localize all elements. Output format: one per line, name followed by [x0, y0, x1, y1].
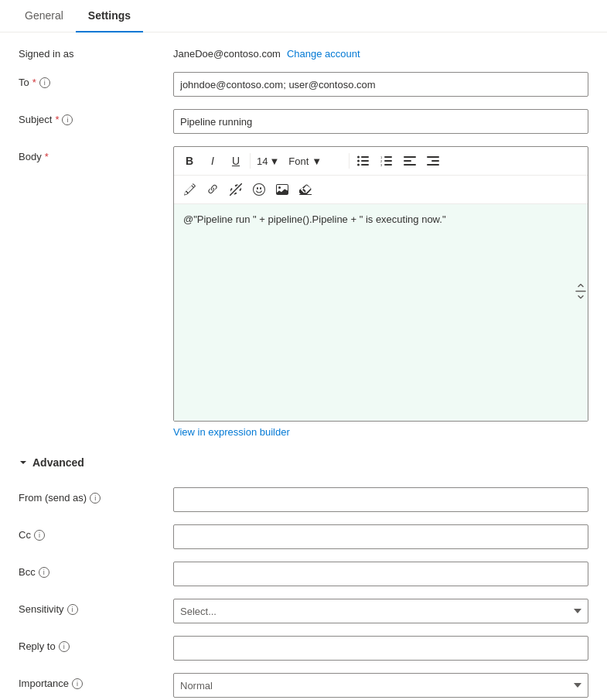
svg-rect-13 — [404, 160, 411, 162]
body-label: Body * — [19, 146, 173, 162]
svg-point-3 — [357, 156, 360, 159]
importance-row: Importance i Normal Low High — [19, 673, 588, 698]
sensitivity-label: Sensitivity i — [19, 599, 173, 615]
tab-bar: General Settings — [0, 0, 607, 32]
body-field: B I U 14 ▼ Font ▼ — [173, 146, 588, 438]
cc-label: Cc i — [19, 524, 173, 541]
unlink-button[interactable] — [225, 179, 247, 200]
pen-button[interactable] — [179, 179, 200, 200]
cc-input[interactable] — [173, 524, 588, 549]
to-required-star: * — [32, 77, 36, 88]
sensitivity-select[interactable]: Select... Normal Personal Private Confid… — [173, 599, 588, 623]
to-label: To * i — [19, 72, 173, 88]
subject-info-icon: i — [62, 114, 73, 125]
importance-info-icon: i — [72, 678, 83, 689]
importance-select[interactable]: Normal Low High — [173, 673, 588, 698]
from-field — [173, 487, 588, 512]
to-input[interactable] — [173, 72, 588, 97]
svg-text:3: 3 — [380, 163, 383, 166]
body-text: @"Pipeline run " + pipeline().Pipeline +… — [183, 213, 446, 225]
bcc-label: Bcc i — [19, 562, 173, 578]
toolbar-row2 — [174, 176, 588, 204]
font-size-selector[interactable]: 14 ▼ — [254, 150, 282, 172]
svg-rect-16 — [431, 160, 439, 162]
align-left-button[interactable] — [399, 150, 421, 172]
to-info-icon: i — [39, 77, 50, 88]
reply-to-row: Reply to i — [19, 636, 588, 661]
to-row: To * i — [19, 72, 588, 97]
bcc-input[interactable] — [173, 562, 588, 586]
tab-general[interactable]: General — [12, 0, 76, 32]
body-editor: B I U 14 ▼ Font ▼ — [173, 146, 588, 422]
bcc-field — [173, 562, 588, 586]
from-row: From (send as) i — [19, 487, 588, 512]
svg-rect-6 — [384, 156, 392, 158]
from-label: From (send as) i — [19, 487, 173, 504]
importance-field: Normal Low High — [173, 673, 588, 698]
body-row: Body * B I U 14 ▼ Font ▼ — [19, 146, 588, 438]
numbered-list-button[interactable]: 1 2 3 — [376, 150, 397, 172]
svg-point-5 — [357, 164, 360, 166]
sensitivity-row: Sensitivity i Select... Normal Personal … — [19, 599, 588, 623]
from-info-icon: i — [90, 493, 101, 504]
bullet-list-button[interactable] — [353, 150, 374, 172]
svg-rect-2 — [361, 164, 369, 166]
svg-rect-8 — [384, 164, 392, 166]
toolbar-divider-2 — [349, 153, 350, 169]
reply-to-label: Reply to i — [19, 636, 173, 652]
advanced-section-header[interactable]: Advanced — [19, 450, 588, 475]
align-right-button[interactable] — [422, 150, 444, 172]
settings-content: Signed in as JaneDoe@contoso.com Change … — [0, 32, 607, 700]
scroll-icon — [573, 283, 588, 301]
image-button[interactable] — [271, 179, 293, 200]
body-required-star: * — [45, 151, 49, 162]
font-selector[interactable]: Font ▼ — [284, 150, 346, 172]
toolbar-row1: B I U 14 ▼ Font ▼ — [174, 147, 588, 176]
bold-button[interactable]: B — [179, 150, 200, 172]
advanced-chevron-icon — [19, 458, 28, 467]
cc-field — [173, 524, 588, 549]
emoji-button[interactable] — [248, 179, 270, 200]
link-button[interactable] — [202, 179, 223, 200]
underline-button[interactable]: U — [225, 150, 247, 172]
svg-rect-7 — [384, 160, 392, 162]
signed-in-label: Signed in as — [19, 48, 173, 60]
cc-info-icon: i — [34, 530, 45, 541]
svg-rect-12 — [404, 156, 416, 158]
svg-point-4 — [357, 160, 360, 162]
bcc-row: Bcc i — [19, 562, 588, 586]
svg-rect-15 — [427, 156, 439, 158]
svg-rect-1 — [361, 160, 369, 162]
italic-button[interactable]: I — [202, 150, 223, 172]
reply-to-field — [173, 636, 588, 661]
eraser-button[interactable] — [295, 179, 316, 200]
cc-row: Cc i — [19, 524, 588, 549]
to-field — [173, 72, 588, 97]
subject-label: Subject * i — [19, 109, 173, 125]
svg-rect-17 — [427, 164, 439, 166]
signed-in-email: JaneDoe@contoso.com — [173, 48, 281, 60]
tab-settings[interactable]: Settings — [76, 0, 143, 32]
advanced-label: Advanced — [32, 456, 84, 469]
body-content-area[interactable]: @"Pipeline run " + pipeline().Pipeline +… — [174, 204, 588, 421]
subject-row: Subject * i — [19, 109, 588, 134]
importance-label: Importance i — [19, 673, 173, 689]
sensitivity-field: Select... Normal Personal Private Confid… — [173, 599, 588, 623]
bcc-info-icon: i — [39, 567, 49, 578]
reply-to-info-icon: i — [59, 641, 70, 652]
subject-required-star: * — [55, 114, 59, 125]
toolbar-divider-1 — [250, 153, 251, 169]
sensitivity-info-icon: i — [67, 604, 78, 615]
svg-rect-0 — [361, 156, 369, 158]
subject-input[interactable] — [173, 109, 588, 134]
expression-builder-link[interactable]: View in expression builder — [173, 426, 290, 438]
from-input[interactable] — [173, 487, 588, 512]
svg-rect-14 — [404, 164, 416, 166]
reply-to-input[interactable] — [173, 636, 588, 661]
subject-field — [173, 109, 588, 134]
signed-in-row: Signed in as JaneDoe@contoso.com Change … — [19, 48, 588, 60]
change-account-link[interactable]: Change account — [287, 48, 360, 60]
